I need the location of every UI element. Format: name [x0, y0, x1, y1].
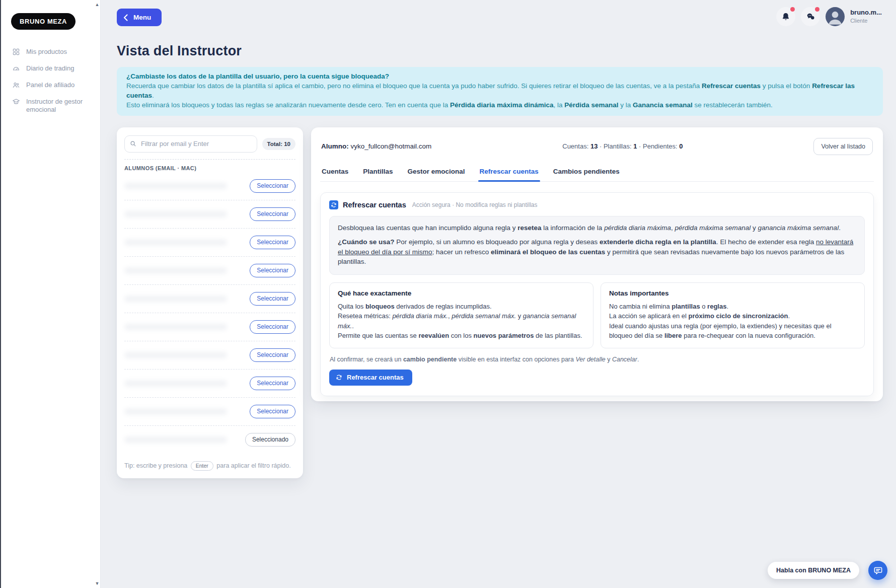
notifications-button[interactable] [776, 7, 795, 26]
card-title: Notas importantes [609, 289, 856, 297]
card-line: Ideal cuando ajustas una regla (por ejem… [609, 321, 856, 341]
sidebar-item-label: Mis productos [26, 48, 67, 56]
brand-logo: BRUNO MEZA [11, 13, 76, 30]
redacted-email [124, 436, 227, 443]
menu-button[interactable]: Menu [117, 9, 162, 26]
tab[interactable]: Plantillas [362, 165, 393, 181]
select-student-button[interactable]: Seleccionado [245, 433, 295, 447]
info-banner: ¿Cambiaste los datos de la plantilla del… [117, 67, 883, 116]
select-student-button[interactable]: Seleccionar [250, 207, 295, 221]
card-line: No cambia ni elimina plantillas o reglas… [609, 302, 856, 312]
sidebar-item-panel-de-afiliado[interactable]: Panel de afiliado [0, 77, 100, 94]
what-it-does-card: Qué hace exactamente Quita los bloqueos … [329, 282, 593, 348]
content-row: Total: 10 ALUMNOS (EMAIL · MAC) Seleccio… [117, 127, 883, 478]
card-line: La acción se aplicará en el próximo cicl… [609, 311, 856, 321]
chat-widget-label[interactable]: Habla con BRUNO MEZA [768, 562, 859, 579]
tab[interactable]: Cuentas [321, 165, 349, 181]
students-list: Seleccionar Seleccionar Seleccionar [124, 172, 295, 454]
student-row: Seleccionar [124, 285, 295, 313]
select-student-button[interactable]: Seleccionar [250, 236, 295, 249]
search-wrap [124, 135, 257, 153]
graduation-cap-icon [12, 98, 21, 106]
detail-header: Alumno: vyko_fullcon@hotmail.com Cuentas… [320, 135, 874, 155]
filter-tip: Tip: escribe y presiona Enter para aplic… [124, 462, 295, 469]
chevron-left-icon [123, 14, 128, 21]
card-line: Permite que las cuentas se reevalúen con… [338, 331, 585, 341]
chat-bubbles-icon [806, 12, 815, 21]
back-to-list-button[interactable]: Volver al listado [813, 138, 873, 155]
refresh-accounts-button[interactable]: Refrescar cuentas [329, 370, 412, 386]
redacted-email [124, 352, 227, 358]
refresh-accounts-section: Refrescar cuentas Acción segura · No mod… [320, 192, 874, 396]
card-line: Quita los bloqueos derivados de reglas i… [338, 302, 585, 312]
topbar: Menu bruno.m... Cliente [117, 0, 883, 28]
divider [124, 159, 295, 160]
student-row: Seleccionar [124, 200, 295, 229]
refresh-intro-box: Desbloquea las cuentas que han incumplid… [329, 216, 865, 275]
redacted-email [124, 239, 227, 246]
tab[interactable]: Gestor emocional [407, 165, 466, 181]
sidebar: BRUNO MEZA Mis productos Diario de tradi… [0, 0, 101, 588]
topbar-right: bruno.m... Cliente [776, 7, 882, 26]
main-content: Menu bruno.m... Cliente [101, 0, 896, 588]
refresh-section-title: Refrescar cuentas [343, 201, 406, 209]
select-student-button[interactable]: Seleccionar [250, 179, 295, 193]
tab[interactable]: Cambios pendientes [553, 165, 620, 181]
student-row: Seleccionar [124, 313, 295, 341]
chat-fab-button[interactable] [868, 561, 887, 580]
redacted-email [124, 324, 227, 330]
scrollbar-up-arrow[interactable]: ▲ [94, 2, 101, 7]
chat-bubble-icon [873, 566, 883, 575]
banner-line: Recuerda que cambiar los datos de la pla… [126, 82, 873, 101]
card-line: Resetea métricas: pérdida diaria máx., p… [338, 311, 585, 331]
student-row: Seleccionar [124, 341, 295, 370]
redacted-email [124, 267, 227, 274]
select-student-button[interactable]: Seleccionar [250, 292, 295, 306]
sidebar-item-label: Diario de trading [26, 64, 74, 72]
card-title: Qué hace exactamente [338, 289, 585, 297]
tab[interactable]: Refrescar cuentas [479, 165, 539, 181]
refresh-icon [329, 200, 338, 209]
select-student-button[interactable]: Seleccionar [250, 320, 295, 334]
intro-paragraph: ¿Cuándo se usa? Por ejemplo, si un alumn… [338, 237, 856, 267]
select-student-button[interactable]: Seleccionar [250, 348, 295, 362]
important-notes-card: Notas importantes No cambia ni elimina p… [601, 282, 865, 348]
student-stats: Cuentas: 13 · Plantillas: 1 · Pendientes… [562, 142, 683, 150]
menu-button-label: Menu [133, 14, 151, 21]
refresh-section-header: Refrescar cuentas Acción segura · No mod… [329, 200, 865, 209]
user-role: Cliente [850, 18, 882, 25]
refresh-info-columns: Qué hace exactamente Quita los bloqueos … [329, 282, 865, 348]
search-input[interactable] [124, 135, 257, 153]
sidebar-item-mis-productos[interactable]: Mis productos [0, 44, 100, 60]
user-name: bruno.m... [850, 9, 882, 17]
user-meta: bruno.m... Cliente [850, 9, 882, 25]
messages-button[interactable] [801, 7, 820, 26]
page-title: Vista del Instructor [117, 43, 883, 59]
refresh-icon [336, 374, 342, 381]
message-badge-dot [815, 7, 819, 12]
student-row: Seleccionar [124, 172, 295, 200]
sidebar-item-instructor-gestor-emocional[interactable]: Instructor de gestor emocional [0, 94, 100, 118]
select-student-button[interactable]: Seleccionar [250, 405, 295, 418]
student-email: vyko_fullcon@hotmail.com [351, 142, 432, 150]
scrollbar-down-arrow[interactable]: ▼ [94, 581, 101, 586]
students-list-header: ALUMNOS (EMAIL · MAC) [124, 165, 295, 171]
refresh-section-meta: Acción segura · No modifica reglas ni pl… [412, 201, 538, 208]
select-student-button[interactable]: Seleccionar [250, 264, 295, 277]
search-icon [129, 140, 137, 148]
student-detail-panel: Alumno: vyko_fullcon@hotmail.com Cuentas… [311, 127, 883, 401]
avatar[interactable] [826, 7, 845, 26]
students-panel: Total: 10 ALUMNOS (EMAIL · MAC) Seleccio… [117, 127, 303, 478]
redacted-email [124, 296, 227, 302]
select-student-button[interactable]: Seleccionar [250, 377, 295, 390]
student-row: Seleccionado [124, 426, 295, 454]
student-row: Seleccionar [124, 229, 295, 257]
detail-tabs: Cuentas Plantillas Gestor emocional Refr… [320, 165, 874, 182]
bell-icon [781, 12, 790, 21]
window-edge [0, 0, 1, 588]
student-line: Alumno: vyko_fullcon@hotmail.com [321, 142, 431, 150]
sidebar-item-diario-de-trading[interactable]: Diario de trading [0, 60, 100, 77]
confirm-footnote: Al confirmar, se creará un cambio pendie… [329, 356, 865, 363]
chat-widget: Habla con BRUNO MEZA [768, 561, 887, 580]
redacted-email [124, 408, 227, 415]
